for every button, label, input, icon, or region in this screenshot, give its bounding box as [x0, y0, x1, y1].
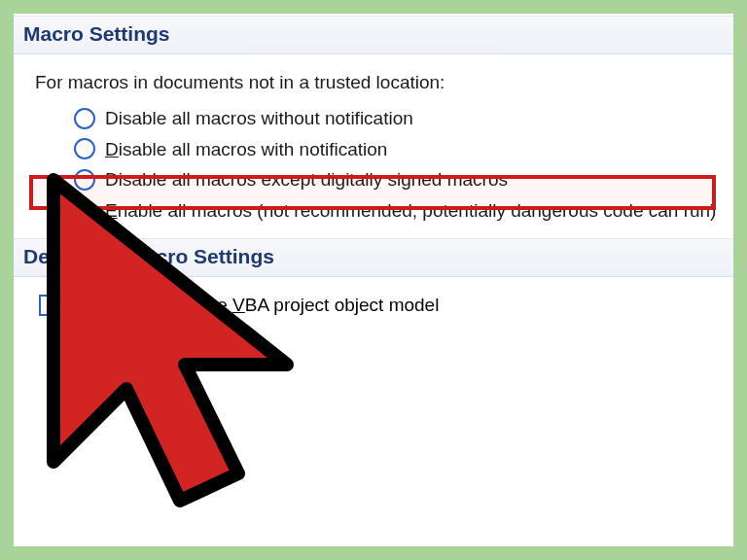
radio-icon [74, 169, 95, 191]
macro-settings-content: For macros in documents not in a trusted… [14, 54, 733, 238]
settings-panel: Macro Settings For macros in documents n… [14, 14, 733, 546]
developer-settings-content: Trust access to the VBA project object m… [14, 277, 733, 328]
radio-disable-no-notify[interactable]: Disable all macros without notification [74, 103, 724, 134]
radio-icon [74, 108, 95, 129]
macro-radio-group: Disable all macros without notification … [35, 103, 724, 227]
developer-settings-header: Developer Macro Settings [14, 238, 733, 277]
radio-disable-except-signed[interactable]: Disable all macros except digitally sign… [74, 164, 724, 195]
radio-label: Disable all macros without notification [105, 106, 413, 131]
macro-settings-header: Macro Settings [14, 16, 733, 54]
checkbox-icon [39, 295, 60, 316]
radio-icon [74, 138, 95, 159]
checkbox-label: Trust access to the VBA project object m… [72, 295, 439, 316]
checkbox-trust-vba[interactable]: Trust access to the VBA project object m… [39, 295, 724, 316]
macro-settings-intro: For macros in documents not in a trusted… [35, 72, 724, 93]
radio-icon [74, 200, 95, 222]
radio-disable-with-notify[interactable]: Disable all macros with notification [74, 134, 724, 165]
radio-enable-all[interactable]: Enable all macros (not recommended; pote… [74, 195, 724, 227]
developer-settings-title: Developer Macro Settings [23, 245, 274, 267]
macro-settings-title: Macro Settings [23, 22, 170, 45]
radio-label: Enable all macros (not recommended; pote… [105, 198, 716, 224]
radio-label: Disable all macros except digitally sign… [105, 167, 508, 192]
radio-label: Disable all macros with notification [105, 137, 387, 162]
